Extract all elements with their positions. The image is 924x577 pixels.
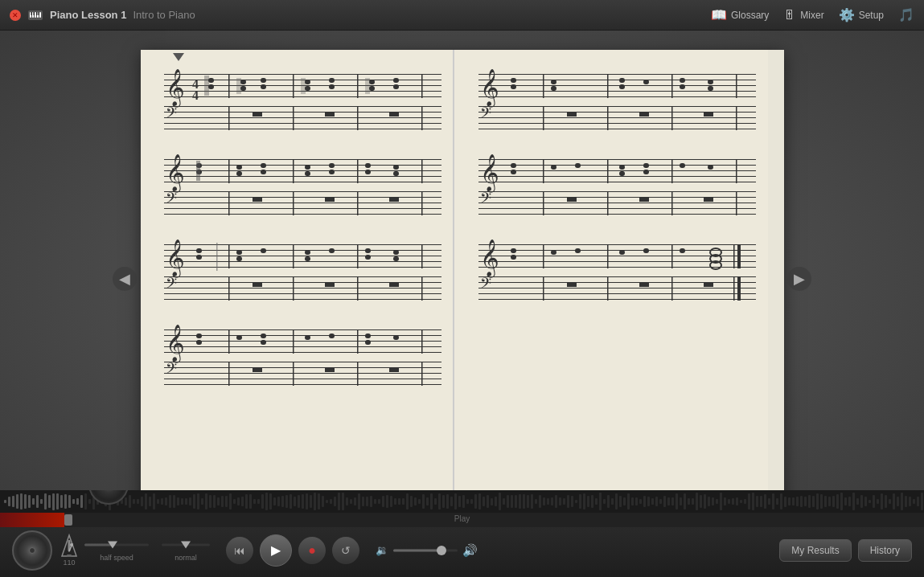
waveform-bar-segment xyxy=(724,497,726,505)
svg-rect-246 xyxy=(671,276,673,301)
svg-rect-225 xyxy=(639,198,649,202)
pitch-slider[interactable] xyxy=(162,538,210,551)
pitch-control[interactable]: normal xyxy=(162,538,210,562)
svg-rect-249 xyxy=(511,248,516,253)
svg-rect-3 xyxy=(35,12,36,18)
mixer-label: Mixer xyxy=(800,10,823,21)
setup-nav[interactable]: ⚙️ Setup xyxy=(839,7,884,23)
svg-rect-224 xyxy=(567,198,577,202)
svg-rect-75 xyxy=(196,161,200,181)
waveform-bar-segment xyxy=(209,495,211,508)
svg-rect-66 xyxy=(293,159,294,183)
staff-svg-3: 𝄞 𝄢 xyxy=(147,228,446,301)
svg-rect-43 xyxy=(329,78,335,83)
svg-rect-48 xyxy=(393,78,399,83)
waveform-bar-segment xyxy=(450,497,453,507)
waveform-bar-segment xyxy=(836,494,839,508)
waveform-bar-segment xyxy=(40,499,43,504)
svg-rect-44 xyxy=(329,84,335,89)
svg-rect-70 xyxy=(293,191,294,215)
waveform-bar-segment xyxy=(161,498,163,505)
staff-system-2: 𝄞 𝄢 xyxy=(147,143,446,219)
svg-rect-163 xyxy=(478,91,756,92)
svg-rect-243 xyxy=(737,244,741,268)
svg-rect-203 xyxy=(478,214,756,215)
staff-system-5: 𝄞 𝄢 xyxy=(461,58,762,133)
svg-rect-183 xyxy=(551,86,556,91)
waveform-bar-segment xyxy=(76,498,79,505)
waveform-bar-segment xyxy=(346,497,348,505)
waveform-bar-segment xyxy=(273,497,276,505)
glossary-nav[interactable]: 📖 Glossary xyxy=(711,7,769,23)
svg-text:𝄢: 𝄢 xyxy=(480,275,491,295)
waveform-bar-segment xyxy=(225,496,228,506)
svg-rect-76 xyxy=(236,165,242,170)
svg-text:𝄞: 𝄞 xyxy=(166,325,185,363)
waveform-bar-segment xyxy=(269,493,272,509)
waveform-bar-segment xyxy=(708,497,710,506)
waveform-bar-segment xyxy=(402,498,405,505)
metronome-widget: 110 xyxy=(60,534,78,567)
waveform-bar-segment xyxy=(571,496,573,506)
waveform-bar-segment xyxy=(249,494,252,509)
svg-rect-85 xyxy=(365,170,371,174)
waveform-bar-segment xyxy=(310,495,312,509)
record-button[interactable]: ● xyxy=(298,537,326,564)
svg-text:𝄞: 𝄞 xyxy=(480,239,499,278)
waveform-bar-segment xyxy=(285,495,288,508)
waveform-bar-segment xyxy=(643,496,646,506)
waveform-bar-segment xyxy=(667,497,670,505)
waveform-bar-segment xyxy=(149,497,151,505)
svg-rect-36 xyxy=(240,80,246,84)
svg-rect-116 xyxy=(261,248,266,253)
my-results-button[interactable]: My Results xyxy=(779,539,851,562)
progress-handle[interactable] xyxy=(64,514,72,526)
waveform-bar-segment xyxy=(607,495,610,508)
loop-button[interactable]: ↺ xyxy=(332,537,359,564)
history-button[interactable]: History xyxy=(858,539,912,562)
prev-page-button[interactable]: ◀ xyxy=(113,267,137,291)
waveform-bar-segment xyxy=(193,494,195,509)
waveform-bar-segment xyxy=(334,497,336,506)
svg-rect-201 xyxy=(478,203,756,203)
svg-rect-86 xyxy=(393,165,399,170)
svg-rect-84 xyxy=(365,163,371,168)
svg-rect-144 xyxy=(293,362,294,386)
svg-rect-242 xyxy=(733,244,735,268)
waveform-bar-segment xyxy=(744,499,746,504)
svg-rect-221 xyxy=(643,170,649,174)
waveform-bar-segment xyxy=(792,497,795,505)
staff-svg-7: 𝄞 𝄢 xyxy=(461,228,762,301)
volume-slider[interactable] xyxy=(393,544,458,557)
music-nav[interactable]: 🎵 xyxy=(898,7,914,23)
waveform-bar-segment xyxy=(32,498,35,505)
close-button[interactable]: ✕ xyxy=(10,10,21,21)
waveform-bar-segment xyxy=(342,493,344,509)
svg-rect-42 xyxy=(305,86,310,91)
svg-rect-46 xyxy=(369,80,375,84)
progress-track[interactable]: Play xyxy=(0,513,924,527)
svg-rect-105 xyxy=(293,244,294,268)
speed-slider[interactable] xyxy=(84,538,149,551)
waveform-bar-segment xyxy=(844,497,847,505)
mixer-nav[interactable]: 🎚 Mixer xyxy=(783,8,823,23)
svg-rect-78 xyxy=(261,163,266,168)
speed-control[interactable]: half speed xyxy=(84,538,149,562)
next-page-button[interactable]: ▶ xyxy=(787,267,811,291)
waveform-bar-segment xyxy=(852,493,855,510)
waveform-bar-segment xyxy=(700,495,702,509)
waveform-bar-segment xyxy=(153,493,155,509)
svg-rect-142 xyxy=(421,329,423,354)
skip-back-button[interactable]: ⏮ xyxy=(226,537,253,564)
waveform-bar-segment xyxy=(559,497,561,506)
waveform-bar-segment xyxy=(386,495,388,508)
svg-rect-112 xyxy=(196,248,202,253)
waveform-bar-segment xyxy=(676,493,678,509)
play-button[interactable]: ▶ xyxy=(260,534,292,567)
svg-rect-135 xyxy=(164,379,441,379)
svg-rect-245 xyxy=(607,276,609,301)
waveform-bar-segment xyxy=(350,499,352,504)
waveform-bar-segment xyxy=(277,497,280,506)
svg-rect-196 xyxy=(478,170,756,171)
record-icon: ● xyxy=(308,543,316,558)
